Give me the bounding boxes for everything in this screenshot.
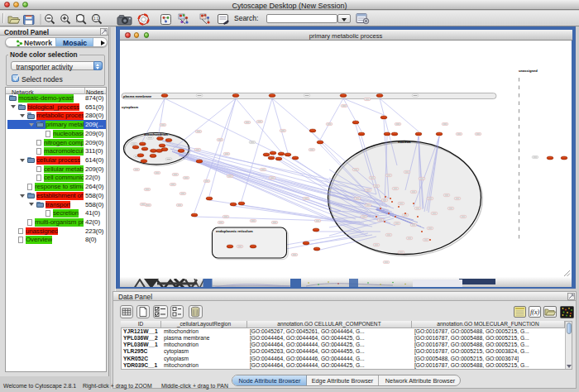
svg-text:unassigned: unassigned — [519, 69, 538, 73]
svg-text:endoplasmic reticulum: endoplasmic reticulum — [216, 229, 253, 233]
svg-text:mitochondrion: mitochondrion — [144, 132, 168, 136]
svg-text:plasma membrane: plasma membrane — [123, 94, 152, 98]
svg-text:cytoplasm: cytoplasm — [122, 105, 139, 109]
svg-text:nucleus: nucleus — [398, 140, 411, 144]
svg-text:f(x): f(x) — [530, 308, 539, 316]
